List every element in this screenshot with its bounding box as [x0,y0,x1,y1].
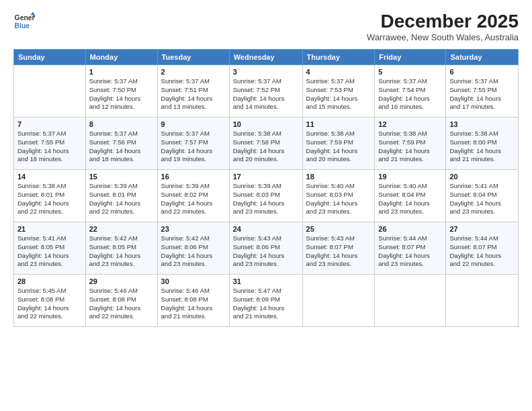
day-number: 1 [89,68,154,76]
logo-icon: General Blue [13,11,35,32]
day-info: Sunrise: 5:42 AM Sunset: 8:05 PM Dayligh… [89,234,154,269]
col-monday: Monday [85,50,157,65]
calendar-cell: 5Sunrise: 5:37 AM Sunset: 7:54 PM Daylig… [375,65,446,118]
day-number: 30 [161,277,226,285]
day-number: 22 [89,225,154,233]
calendar-cell [302,275,375,327]
day-info: Sunrise: 5:39 AM Sunset: 8:01 PM Dayligh… [89,182,154,216]
day-info: Sunrise: 5:46 AM Sunset: 8:08 PM Dayligh… [89,287,154,321]
calendar-cell: 24Sunrise: 5:43 AM Sunset: 8:06 PM Dayli… [229,222,302,275]
day-info: Sunrise: 5:37 AM Sunset: 7:53 PM Dayligh… [306,77,371,111]
day-number: 4 [306,68,371,76]
week-row-4: 21Sunrise: 5:41 AM Sunset: 8:05 PM Dayli… [14,222,519,275]
day-info: Sunrise: 5:41 AM Sunset: 8:04 PM Dayligh… [449,182,515,216]
day-info: Sunrise: 5:38 AM Sunset: 8:00 PM Dayligh… [449,130,515,164]
calendar-cell: 2Sunrise: 5:37 AM Sunset: 7:51 PM Daylig… [157,65,229,118]
calendar-cell: 17Sunrise: 5:39 AM Sunset: 8:03 PM Dayli… [229,170,302,222]
main-title: December 2025 [367,11,519,32]
day-info: Sunrise: 5:37 AM Sunset: 7:57 PM Dayligh… [161,130,226,164]
day-info: Sunrise: 5:43 AM Sunset: 8:07 PM Dayligh… [306,234,371,269]
calendar-cell: 20Sunrise: 5:41 AM Sunset: 8:04 PM Dayli… [446,170,519,222]
day-number: 28 [17,277,82,285]
col-friday: Friday [375,50,446,65]
day-number: 3 [233,68,299,76]
day-number: 23 [161,225,226,233]
calendar-cell: 13Sunrise: 5:38 AM Sunset: 8:00 PM Dayli… [446,118,519,170]
day-number: 11 [306,120,371,128]
day-number: 17 [233,173,299,181]
calendar-cell: 4Sunrise: 5:37 AM Sunset: 7:53 PM Daylig… [302,65,375,118]
col-wednesday: Wednesday [229,50,302,65]
calendar-cell: 18Sunrise: 5:40 AM Sunset: 8:03 PM Dayli… [302,170,375,222]
day-number: 6 [449,68,515,76]
day-number: 21 [17,225,82,233]
day-info: Sunrise: 5:40 AM Sunset: 8:03 PM Dayligh… [306,182,371,216]
week-row-1: 1Sunrise: 5:37 AM Sunset: 7:50 PM Daylig… [14,65,519,118]
calendar-cell: 21Sunrise: 5:41 AM Sunset: 8:05 PM Dayli… [14,222,86,275]
day-number: 5 [378,68,442,76]
calendar-cell [446,275,519,327]
col-tuesday: Tuesday [157,50,229,65]
day-number: 2 [161,68,226,76]
calendar-cell: 15Sunrise: 5:39 AM Sunset: 8:01 PM Dayli… [85,170,157,222]
col-thursday: Thursday [302,50,375,65]
calendar-cell [14,65,86,118]
day-number: 18 [306,173,371,181]
day-number: 12 [378,120,442,128]
day-info: Sunrise: 5:40 AM Sunset: 8:04 PM Dayligh… [378,182,442,216]
day-info: Sunrise: 5:39 AM Sunset: 8:03 PM Dayligh… [233,182,299,216]
calendar-cell: 9Sunrise: 5:37 AM Sunset: 7:57 PM Daylig… [157,118,229,170]
calendar-table: Sunday Monday Tuesday Wednesday Thursday… [13,49,519,327]
day-info: Sunrise: 5:38 AM Sunset: 7:59 PM Dayligh… [306,130,371,164]
day-number: 16 [161,173,226,181]
calendar-cell: 31Sunrise: 5:47 AM Sunset: 8:09 PM Dayli… [229,275,302,327]
calendar-cell: 30Sunrise: 5:46 AM Sunset: 8:08 PM Dayli… [157,275,229,327]
calendar-cell: 7Sunrise: 5:37 AM Sunset: 7:55 PM Daylig… [14,118,86,170]
day-info: Sunrise: 5:44 AM Sunset: 8:07 PM Dayligh… [449,234,515,269]
calendar-cell: 6Sunrise: 5:37 AM Sunset: 7:55 PM Daylig… [446,65,519,118]
svg-marker-2 [31,12,35,15]
calendar-cell: 11Sunrise: 5:38 AM Sunset: 7:59 PM Dayli… [302,118,375,170]
calendar-cell: 1Sunrise: 5:37 AM Sunset: 7:50 PM Daylig… [85,65,157,118]
day-number: 27 [449,225,515,233]
day-number: 29 [89,277,154,285]
svg-text:General: General [15,14,35,21]
col-saturday: Saturday [446,50,519,65]
day-info: Sunrise: 5:37 AM Sunset: 7:52 PM Dayligh… [233,77,299,111]
week-row-2: 7Sunrise: 5:37 AM Sunset: 7:55 PM Daylig… [14,118,519,170]
week-row-5: 28Sunrise: 5:45 AM Sunset: 8:08 PM Dayli… [14,275,519,327]
calendar-cell: 29Sunrise: 5:46 AM Sunset: 8:08 PM Dayli… [85,275,157,327]
day-number: 13 [449,120,515,128]
calendar-cell: 10Sunrise: 5:38 AM Sunset: 7:58 PM Dayli… [229,118,302,170]
day-info: Sunrise: 5:47 AM Sunset: 8:09 PM Dayligh… [233,287,299,321]
calendar-cell: 27Sunrise: 5:44 AM Sunset: 8:07 PM Dayli… [446,222,519,275]
day-info: Sunrise: 5:37 AM Sunset: 7:51 PM Dayligh… [161,77,226,111]
day-info: Sunrise: 5:38 AM Sunset: 7:58 PM Dayligh… [233,130,299,164]
day-info: Sunrise: 5:42 AM Sunset: 8:06 PM Dayligh… [161,234,226,269]
day-info: Sunrise: 5:37 AM Sunset: 7:50 PM Dayligh… [89,77,154,111]
calendar-cell: 16Sunrise: 5:39 AM Sunset: 8:02 PM Dayli… [157,170,229,222]
day-number: 19 [378,173,442,181]
subtitle: Warrawee, New South Wales, Australia [367,32,519,42]
day-info: Sunrise: 5:38 AM Sunset: 8:01 PM Dayligh… [17,182,82,216]
day-number: 24 [233,225,299,233]
day-number: 8 [89,120,154,128]
day-info: Sunrise: 5:46 AM Sunset: 8:08 PM Dayligh… [161,287,226,321]
day-info: Sunrise: 5:37 AM Sunset: 7:54 PM Dayligh… [378,77,442,111]
day-number: 25 [306,225,371,233]
calendar-cell: 12Sunrise: 5:38 AM Sunset: 7:59 PM Dayli… [375,118,446,170]
calendar-cell [375,275,446,327]
day-info: Sunrise: 5:44 AM Sunset: 8:07 PM Dayligh… [378,234,442,269]
day-info: Sunrise: 5:38 AM Sunset: 7:59 PM Dayligh… [378,130,442,164]
page: General Blue December 2025 Warrawee, New… [0,0,532,411]
day-number: 7 [17,120,82,128]
day-number: 9 [161,120,226,128]
calendar-cell: 25Sunrise: 5:43 AM Sunset: 8:07 PM Dayli… [302,222,375,275]
calendar-cell: 3Sunrise: 5:37 AM Sunset: 7:52 PM Daylig… [229,65,302,118]
day-info: Sunrise: 5:37 AM Sunset: 7:55 PM Dayligh… [17,130,82,164]
day-number: 31 [233,277,299,285]
svg-text:Blue: Blue [15,22,30,30]
day-number: 15 [89,173,154,181]
day-info: Sunrise: 5:39 AM Sunset: 8:02 PM Dayligh… [161,182,226,216]
calendar-cell: 26Sunrise: 5:44 AM Sunset: 8:07 PM Dayli… [375,222,446,275]
